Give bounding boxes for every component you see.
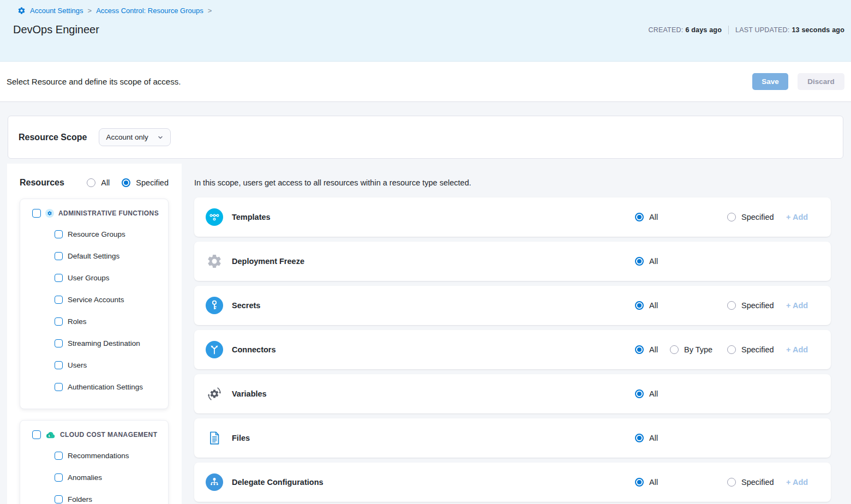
resources-title: Resources	[20, 178, 64, 188]
checkbox	[55, 274, 63, 282]
checkbox	[55, 317, 63, 326]
checkbox-anomalies[interactable]: Anomalies	[20, 466, 168, 488]
delegate-configurations-icon	[206, 473, 223, 491]
checkbox-roles[interactable]: Roles	[20, 310, 168, 332]
breadcrumb-separator: >	[88, 7, 92, 15]
variables-icon	[206, 385, 223, 403]
timestamps: CREATED: 6 days ago LAST UPDATED: 13 sec…	[649, 26, 844, 34]
resource-scope-dropdown[interactable]: Account only	[99, 128, 171, 146]
add-link[interactable]: + Add	[786, 301, 814, 310]
checkbox-users[interactable]: Users	[20, 354, 168, 376]
resource-row-templates: Templates All Specified + Add	[194, 197, 831, 237]
checkbox	[55, 473, 63, 482]
radio-dot	[87, 178, 95, 187]
updated-value: 13 seconds ago	[792, 26, 844, 34]
breadcrumb-resource-groups[interactable]: Access Control: Resource Groups	[96, 7, 203, 15]
radio-all[interactable]: All	[635, 345, 670, 354]
save-button[interactable]: Save	[752, 73, 788, 90]
radio-by-type[interactable]: By Type	[670, 345, 727, 354]
resource-row-label: Secrets	[232, 301, 260, 310]
checkbox	[55, 452, 63, 460]
breadcrumb-account-settings[interactable]: Account Settings	[30, 7, 83, 15]
resource-row-deployment-freeze: Deployment Freeze All	[194, 242, 831, 281]
radio-label: Specified	[741, 213, 774, 221]
radio-dot	[635, 257, 644, 266]
created-value: 6 days ago	[685, 26, 722, 34]
created-label: CREATED:	[649, 26, 684, 34]
radio-all[interactable]: All	[635, 434, 670, 442]
checkbox	[55, 296, 63, 304]
resources-sidebar: Resources All Specified ADMINISTRATIVE F…	[7, 164, 182, 504]
add-link[interactable]: + Add	[786, 478, 814, 487]
resource-row-label: Variables	[232, 389, 267, 398]
radio-resources-specified[interactable]: Specified	[122, 178, 169, 187]
radio-all[interactable]: All	[635, 478, 670, 487]
checkbox	[55, 495, 63, 503]
page-header: Account Settings > Access Control: Resou…	[0, 0, 851, 62]
radio-all[interactable]: All	[635, 213, 670, 221]
radio-specified[interactable]: Specified	[727, 301, 786, 310]
radio-label: All	[649, 257, 658, 266]
radio-label: All	[649, 213, 658, 221]
section-header[interactable]: ADMINISTRATIVE FUNCTIONS	[20, 209, 168, 218]
radio-dot	[635, 478, 644, 487]
checkbox-recommendations[interactable]: Recommendations	[20, 445, 168, 466]
section-label: ADMINISTRATIVE FUNCTIONS	[58, 209, 159, 217]
radio-label: By Type	[684, 345, 712, 354]
radio-all[interactable]: All	[635, 301, 670, 310]
checkbox	[55, 361, 63, 369]
resource-types-panel: In this scope, users get access to all r…	[182, 164, 851, 504]
radio-all[interactable]: All	[635, 257, 670, 266]
checkbox-streaming-destination[interactable]: Streaming Destination	[20, 332, 168, 354]
radio-specified[interactable]: Specified	[727, 345, 786, 354]
section-header[interactable]: $ CLOUD COST MANAGEMENT	[20, 430, 168, 439]
checkbox-resource-groups[interactable]: Resource Groups	[20, 223, 168, 245]
resource-row-secrets: Secrets All Specified + Add	[194, 286, 831, 325]
breadcrumb-separator: >	[208, 7, 212, 15]
page-title: DevOps Engineer	[13, 23, 99, 36]
radio-specified[interactable]: Specified	[727, 213, 786, 221]
radio-resources-all[interactable]: All	[87, 178, 110, 187]
toolbar-description: Select Resource and define its scope of …	[7, 77, 181, 86]
resource-row-label: Connectors	[232, 345, 276, 354]
radio-dot	[635, 345, 644, 354]
resource-row-label: Deployment Freeze	[232, 257, 304, 266]
resource-scope-label: Resource Scope	[19, 133, 87, 142]
radio-dot	[727, 213, 736, 221]
radio-dot	[635, 389, 644, 398]
files-icon	[206, 429, 223, 447]
scope-description: In this scope, users get access to all r…	[194, 178, 831, 187]
breadcrumb: Account Settings > Access Control: Resou…	[0, 0, 851, 15]
radio-label: All	[649, 389, 658, 398]
secrets-icon	[206, 297, 223, 314]
radio-all[interactable]: All	[635, 389, 670, 398]
divider	[728, 26, 729, 34]
section-cloud-cost-management: $ CLOUD COST MANAGEMENT Recommendations …	[20, 420, 169, 504]
checkbox	[55, 230, 63, 238]
discard-button[interactable]: Discard	[798, 73, 844, 90]
deployment-freeze-icon	[206, 253, 223, 270]
add-link[interactable]: + Add	[786, 345, 814, 354]
connectors-icon	[206, 341, 223, 358]
cloud-cost-icon: $	[45, 430, 56, 439]
updated-label: LAST UPDATED:	[735, 26, 789, 34]
checkbox-service-accounts[interactable]: Service Accounts	[20, 289, 168, 310]
resource-scope-value: Account only	[106, 133, 148, 141]
checkbox-user-groups[interactable]: User Groups	[20, 267, 168, 289]
radio-dot	[727, 345, 736, 354]
toolbar: Select Resource and define its scope of …	[0, 62, 851, 102]
radio-dot	[122, 178, 130, 187]
checkbox	[55, 252, 63, 260]
admin-functions-icon	[45, 209, 54, 218]
radio-label: All	[649, 345, 658, 354]
resource-row-label: Files	[232, 434, 250, 442]
add-link[interactable]: + Add	[786, 213, 814, 221]
checkbox-folders[interactable]: Folders	[20, 488, 168, 504]
resource-scope-card: Resource Scope Account only	[8, 116, 843, 159]
checkbox-authentication-settings[interactable]: Authentication Settings	[20, 376, 168, 398]
radio-specified[interactable]: Specified	[727, 478, 786, 487]
radio-dot	[670, 345, 679, 354]
checkbox-default-settings[interactable]: Default Settings	[20, 245, 168, 267]
radio-label: Specified	[741, 301, 774, 310]
resource-row-variables: Variables All	[194, 374, 831, 413]
